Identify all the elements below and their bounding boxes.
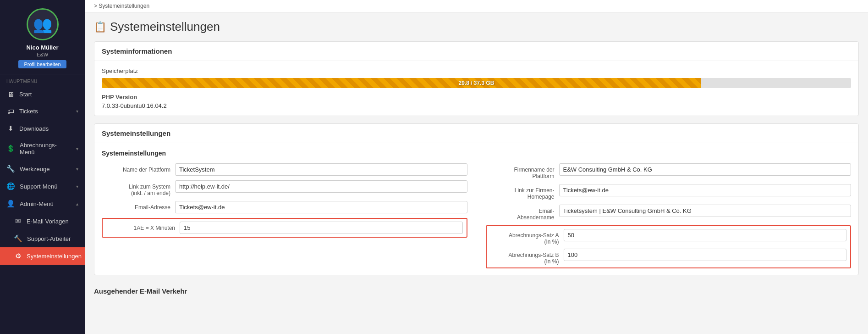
php-version-label: PHP Version xyxy=(102,94,851,100)
form-label-link-system: Link zum System(inkl. / am ende) xyxy=(102,180,170,196)
wrench-icon: 🔨 xyxy=(14,234,22,243)
input-platform-name[interactable] xyxy=(175,163,467,176)
settings-sub-title: Systemeinstellungen xyxy=(102,150,851,157)
storage-bar-text: 29.8 / 37.3 GB xyxy=(102,80,851,86)
sidebar-item-abrechnungs[interactable]: 💲 Abrechnungs-Menü ▾ xyxy=(0,137,85,160)
chevron-down-icon: ▾ xyxy=(76,109,78,114)
settings-form: Systemeinstellungen Name der Plattform L… xyxy=(94,143,858,275)
settings-grid: Name der Plattform Link zum System(inkl.… xyxy=(102,163,851,268)
avatar: 👥 xyxy=(27,8,59,40)
monitor-icon: 🖥 xyxy=(6,90,15,98)
form-row-link-system: Link zum System(inkl. / am ende) xyxy=(102,180,467,196)
form-row-email: Email-Adresse xyxy=(102,201,467,213)
settings-right-col: Firmenname derPlattform Link zur Firmen-… xyxy=(486,163,852,268)
form-label-company-link: Link zur Firmen-Homepage xyxy=(486,184,555,200)
form-row-ae: 1AE = X Minuten xyxy=(106,222,463,234)
form-label-email: Email-Adresse xyxy=(102,201,170,211)
sidebar-section-label: Hauptmenü xyxy=(0,74,85,86)
php-version-value: 7.0.33-0ubuntu0.16.04.2 xyxy=(102,102,851,109)
page-title-icon: 📋 xyxy=(94,21,106,33)
sidebar-item-label: Abrechnungs-Menü xyxy=(20,142,71,156)
form-row-rate-a: Abrechnungs-Satz A(In %) xyxy=(490,229,847,245)
email-icon: ✉ xyxy=(14,217,22,225)
input-link-system[interactable] xyxy=(175,180,467,193)
highlighted-ae-row: 1AE = X Minuten xyxy=(102,218,467,238)
sidebar-item-label: Support-Arbeiter xyxy=(27,235,78,242)
system-settings-card: Systemeinstellungen Systemeinstellungen … xyxy=(94,123,859,275)
system-info-card: Systeminformationen Speicherplatz 29.8 /… xyxy=(94,41,859,116)
input-rate-b[interactable] xyxy=(564,249,847,261)
profile-edit-button[interactable]: Profil bearbeiten xyxy=(18,60,66,68)
form-label-sender-name: Email-Absendername xyxy=(486,205,555,221)
form-label-rate-a: Abrechnungs-Satz A(In %) xyxy=(490,229,559,245)
settings-left-col: Name der Plattform Link zum System(inkl.… xyxy=(102,163,467,268)
sidebar-item-label: Support-Menü xyxy=(20,183,71,190)
sidebar-item-systemeinstellungen[interactable]: ⚙ Systemeinstellungen xyxy=(0,247,85,265)
tools-icon: 🔧 xyxy=(6,165,15,173)
sidebar-item-label: Start xyxy=(19,91,78,98)
sidebar-item-downloads[interactable]: ⬇ Downloads xyxy=(0,120,85,137)
breadcrumb-current: Systemeinstellungen xyxy=(99,3,149,9)
sidebar-item-tickets[interactable]: 🏷 Tickets ▾ xyxy=(0,103,85,120)
chevron-down-icon: ▾ xyxy=(76,167,78,172)
form-row-rate-b: Abrechnungs-Satz B(In %) xyxy=(490,249,847,265)
chevron-down-icon: ▾ xyxy=(76,184,78,189)
form-label-company-name: Firmenname derPlattform xyxy=(486,163,555,179)
profile-name: Nico Müller xyxy=(26,44,58,51)
sidebar-item-label: Werkzeuge xyxy=(20,166,71,173)
input-company-name[interactable] xyxy=(559,163,852,176)
sidebar-item-admin[interactable]: 👤 Admin-Menü ▴ xyxy=(0,195,85,212)
sidebar-item-email-vorlagen[interactable]: ✉ E-Mail Vorlagen xyxy=(0,212,85,230)
sidebar: 👥 Nico Müller E&W Profil bearbeiten Haup… xyxy=(0,0,85,334)
sidebar-item-start[interactable]: 🖥 Start xyxy=(0,86,85,103)
system-settings-title: Systemeinstellungen xyxy=(94,124,858,143)
sidebar-item-label: Tickets xyxy=(19,108,71,115)
sidebar-item-support-arbeiter[interactable]: 🔨 Support-Arbeiter xyxy=(0,230,85,247)
input-company-link[interactable] xyxy=(559,184,852,196)
form-row-company-link: Link zur Firmen-Homepage xyxy=(486,184,852,200)
download-icon: ⬇ xyxy=(6,124,15,133)
content-area: 📋 Systemeinstellungen Systeminformatione… xyxy=(85,12,868,334)
billing-icon: 💲 xyxy=(6,145,15,153)
form-label-ae: 1AE = X Minuten xyxy=(106,222,175,231)
settings-icon: ⚙ xyxy=(14,252,22,260)
main-content: > Systemeinstellungen 📋 Systemeinstellun… xyxy=(85,0,868,334)
form-label-rate-b: Abrechnungs-Satz B(In %) xyxy=(490,249,559,265)
highlighted-rate-col: Abrechnungs-Satz A(In %) Abrechnungs-Sat… xyxy=(486,225,852,268)
page-title: 📋 Systemeinstellungen xyxy=(94,20,859,34)
input-rate-a[interactable] xyxy=(564,229,847,241)
form-row-sender-name: Email-Absendername xyxy=(486,205,852,221)
ticket-icon: 🏷 xyxy=(6,107,15,115)
page-title-text: Systemeinstellungen xyxy=(110,20,220,34)
breadcrumb-separator: > xyxy=(94,3,97,9)
outgoing-email-title: Ausgehender E-Mail Verkehr xyxy=(94,283,859,297)
sidebar-item-label: E-Mail Vorlagen xyxy=(27,218,78,225)
support-icon: 🌐 xyxy=(6,182,15,190)
sidebar-item-label: Downloads xyxy=(19,125,78,132)
storage-label: Speicherplatz xyxy=(102,67,851,74)
input-ae-minuten[interactable] xyxy=(180,222,463,234)
avatar-icon: 👥 xyxy=(33,15,52,33)
sidebar-profile: 👥 Nico Müller E&W Profil bearbeiten xyxy=(0,0,85,74)
system-info-title: Systeminformationen xyxy=(94,42,858,61)
sidebar-item-label: Admin-Menü xyxy=(20,200,71,207)
form-row-company-name: Firmenname derPlattform xyxy=(486,163,852,179)
storage-bar: 29.8 / 37.3 GB xyxy=(102,78,851,88)
sidebar-item-label: Systemeinstellungen xyxy=(27,253,82,260)
form-label-platform-name: Name der Plattform xyxy=(102,163,170,173)
system-info-body: Speicherplatz 29.8 / 37.3 GB PHP Version… xyxy=(94,61,858,116)
chevron-up-icon: ▴ xyxy=(76,201,78,206)
profile-company: E&W xyxy=(37,52,48,57)
admin-icon: 👤 xyxy=(6,200,15,208)
chevron-down-icon: ▾ xyxy=(76,146,78,151)
sidebar-item-support[interactable]: 🌐 Support-Menü ▾ xyxy=(0,178,85,195)
form-row-platform-name: Name der Plattform xyxy=(102,163,467,176)
breadcrumb: > Systemeinstellungen xyxy=(85,0,868,12)
input-email[interactable] xyxy=(175,201,467,213)
input-sender-name[interactable] xyxy=(559,205,852,217)
sidebar-item-werkzeuge[interactable]: 🔧 Werkzeuge ▾ xyxy=(0,160,85,178)
